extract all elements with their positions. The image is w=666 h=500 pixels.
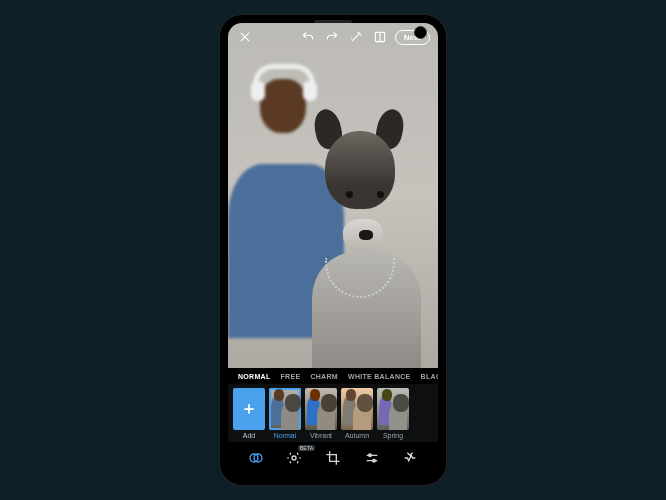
filter-vibrant[interactable]: Vibrant <box>305 388 337 439</box>
filter-add[interactable]: Add <box>233 388 265 439</box>
plus-icon <box>233 388 265 430</box>
tab-black-and[interactable]: BLACK & <box>417 371 438 382</box>
photo-subject-dog <box>302 92 432 368</box>
filter-thumbnail <box>305 388 337 430</box>
filter-strip: Add Normal Vibrant Autumn <box>228 384 438 442</box>
filter-thumbnail <box>341 388 373 430</box>
tab-white-balance[interactable]: WHITE BALANCE <box>344 371 415 382</box>
redo-icon[interactable] <box>323 28 341 46</box>
next-button[interactable]: Next <box>395 30 430 45</box>
beta-badge: BETA <box>298 445 316 451</box>
photo-canvas[interactable] <box>228 23 438 368</box>
close-icon[interactable] <box>236 28 254 46</box>
filter-label: Autumn <box>345 432 369 439</box>
svg-point-5 <box>372 459 375 462</box>
heal-icon[interactable] <box>397 447 423 469</box>
tab-charm[interactable]: CHARM <box>306 371 342 382</box>
filter-category-tabs: NORMAL FREE CHARM WHITE BALANCE BLACK & <box>228 368 438 384</box>
svg-point-3 <box>292 456 296 460</box>
filter-label: Vibrant <box>310 432 332 439</box>
filter-thumbnail <box>377 388 409 430</box>
filter-thumbnail <box>269 388 301 430</box>
filter-spring[interactable]: Spring <box>377 388 409 439</box>
bottom-toolbar: BETA <box>228 442 438 475</box>
retouch-icon[interactable]: BETA <box>281 447 307 469</box>
phone-frame: Next NORMA <box>220 15 446 485</box>
filter-label: Add <box>243 432 255 439</box>
filter-autumn[interactable]: Autumn <box>341 388 373 439</box>
adjust-icon[interactable] <box>359 447 385 469</box>
filter-label: Normal <box>274 432 297 439</box>
crop-icon[interactable] <box>320 447 346 469</box>
top-bar: Next <box>228 23 438 51</box>
compare-icon[interactable] <box>371 28 389 46</box>
tab-free[interactable]: FREE <box>277 371 305 382</box>
filter-normal[interactable]: Normal <box>269 388 301 439</box>
filter-label: Spring <box>383 432 403 439</box>
looks-icon[interactable] <box>243 447 269 469</box>
undo-icon[interactable] <box>299 28 317 46</box>
svg-point-4 <box>368 454 371 457</box>
tab-normal[interactable]: NORMAL <box>234 371 275 382</box>
auto-enhance-icon[interactable] <box>347 28 365 46</box>
app-screen: Next NORMA <box>228 23 438 475</box>
